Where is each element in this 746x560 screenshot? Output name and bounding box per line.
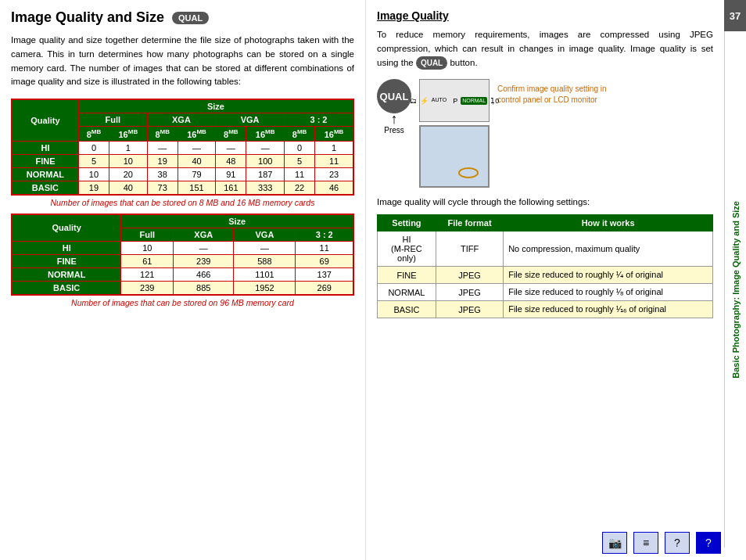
table-cell: —: [174, 241, 234, 254]
table-cell: 10: [121, 241, 174, 254]
settings-cell-setting: FINE: [378, 267, 436, 284]
table-cell: 1: [315, 141, 353, 154]
settings-cell-how: File size reduced to roughly ¹⁄₄ of orig…: [504, 267, 713, 284]
count-icon: 1̣0: [490, 97, 499, 105]
lcd-screen: [419, 125, 490, 188]
size-header-2: Size: [121, 214, 353, 228]
normal-badge: NORMAL: [461, 97, 487, 105]
table-cell: 11: [284, 167, 314, 181]
settings-row: FINEJPEGFile size reduced to roughly ¹⁄₄…: [378, 267, 713, 284]
auto-icon: AUTO: [432, 97, 447, 105]
bottom-nav: 📷 ≡ ? ?: [602, 532, 721, 554]
settings-row: BASICJPEGFile size reduced to roughly ¹⁄…: [378, 301, 713, 318]
settings-cell-format: JPEG: [436, 267, 503, 284]
nav-menu-icon[interactable]: ≡: [633, 532, 658, 554]
8mb-2: 8MB: [147, 127, 178, 142]
t2-xga: XGA: [174, 228, 234, 241]
t2-ratio: 3 : 2: [296, 228, 353, 241]
settings-row: NORMALJPEGFile size reduced to roughly ¹…: [378, 284, 713, 301]
press-label: Press: [384, 126, 404, 135]
nav-blue-icon[interactable]: ?: [696, 532, 721, 554]
nav-help-icon[interactable]: ?: [665, 532, 690, 554]
table2-section: Quality Size Full XGA VGA 3 : 2 HI10——11…: [11, 214, 354, 307]
table-cell: 0: [284, 141, 314, 154]
table-cell: 91: [216, 167, 246, 181]
16mb-1: 16MB: [109, 127, 148, 142]
t2-full: Full: [121, 228, 174, 241]
vga-col-1: VGA: [216, 113, 285, 127]
nav-camera-icon[interactable]: 📷: [602, 532, 627, 554]
table-cell: 10: [78, 167, 109, 181]
cycle-text: Image quality will cycle through the fol…: [377, 197, 713, 206]
table-cell: 40: [178, 154, 216, 167]
arrow-icon: ↑: [391, 112, 398, 126]
table-cell: 11: [315, 154, 353, 167]
sidebar-label: Basic Photography: Image Quality and Siz…: [724, 31, 746, 547]
8mb-4: 8MB: [284, 127, 314, 142]
table-cell: 61: [121, 254, 174, 267]
qual-badge-header: QUAL: [172, 12, 209, 24]
page-number: 37: [724, 0, 746, 31]
right-panel: Image Quality To reduce memory requireme…: [366, 0, 724, 560]
table-cell: 73: [147, 181, 178, 195]
table-cell: 48: [216, 154, 246, 167]
table2: Quality Size Full XGA VGA 3 : 2 HI10——11…: [11, 214, 354, 296]
t2-vga: VGA: [234, 228, 296, 241]
16mb-3: 16MB: [246, 127, 285, 142]
table-cell: 40: [109, 181, 148, 195]
how-col-header: How it works: [504, 215, 713, 232]
image-quality-demo: QUAL ↑ Press 🗂 ⚡ AUTO P NORMAL 1̣0: [377, 79, 713, 188]
right-intro-text: To reduce memory requirements, images ar…: [377, 28, 713, 70]
left-panel: Image Quality and Size QUAL Image qualit…: [0, 0, 366, 560]
table-cell: 5: [284, 154, 314, 167]
settings-row: HI (M-REC only)TIFFNo compression, maxim…: [378, 232, 713, 267]
table-cell: 5: [78, 154, 109, 167]
table1-caption: Number of images that can be stored on 8…: [11, 198, 354, 207]
left-title-area: Image Quality and Size QUAL: [11, 9, 354, 26]
qual-button[interactable]: QUAL: [377, 79, 411, 113]
table-cell: 38: [147, 167, 178, 181]
settings-cell-format: JPEG: [436, 284, 503, 301]
quality-header-2: Quality: [12, 214, 121, 242]
table-cell: 269: [296, 281, 353, 295]
control-panel-display: 🗂 ⚡ AUTO P NORMAL 1̣0: [419, 79, 490, 122]
qual-badge-right: QUAL: [416, 56, 447, 70]
table-cell: —: [216, 141, 246, 154]
table-cell: —: [234, 241, 296, 254]
table-cell: 1952: [234, 281, 296, 295]
table1-section: Quality Size Full XGA VGA 3 : 2 8MB 16MB…: [11, 99, 354, 207]
table-cell: 588: [234, 254, 296, 267]
table-cell: 187: [246, 167, 285, 181]
camera-panel-area: 🗂 ⚡ AUTO P NORMAL 1̣0: [419, 79, 490, 188]
8mb-3: 8MB: [216, 127, 246, 142]
settings-table: Setting File format How it works HI (M-R…: [377, 214, 713, 318]
mode-icon: P: [453, 97, 457, 105]
table1: Quality Size Full XGA VGA 3 : 2 8MB 16MB…: [11, 99, 354, 196]
right-intro-part2: button.: [450, 58, 477, 67]
table-cell: 333: [246, 181, 285, 195]
table-cell: 10: [109, 154, 148, 167]
table-cell: —: [178, 141, 216, 154]
table-cell: 23: [315, 167, 353, 181]
qual-button-area: QUAL ↑ Press: [377, 79, 411, 135]
flash-icon: ⚡: [420, 97, 429, 105]
table-cell: 22: [284, 181, 314, 195]
table-cell: 137: [296, 267, 353, 281]
table-cell: 239: [121, 281, 174, 295]
table-cell: 0: [78, 141, 109, 154]
table-cell: 466: [174, 267, 234, 281]
table-cell: 100: [246, 154, 285, 167]
table-cell: 885: [174, 281, 234, 295]
table-cell: 20: [109, 167, 148, 181]
quality-header-1: Quality: [12, 99, 78, 141]
table-cell: 1101: [234, 267, 296, 281]
settings-cell-format: JPEG: [436, 301, 503, 318]
xga-col-1: XGA: [147, 113, 216, 127]
table2-caption: Number of images that can be stored on 9…: [11, 298, 354, 307]
confirm-text-area: Confirm image quality setting in control…: [497, 79, 607, 106]
settings-cell-format: TIFF: [436, 232, 503, 267]
8mb-1: 8MB: [78, 127, 109, 142]
settings-cell-setting: HI (M-REC only): [378, 232, 436, 267]
16mb-2: 16MB: [178, 127, 216, 142]
table-cell: 46: [315, 181, 353, 195]
